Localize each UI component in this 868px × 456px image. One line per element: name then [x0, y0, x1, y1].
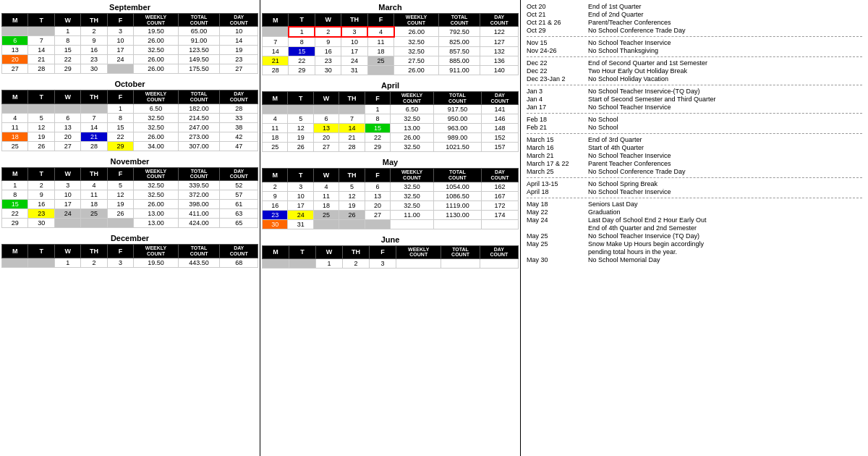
- day-cell: 10: [341, 37, 367, 47]
- day-cell: 1: [316, 259, 343, 269]
- col-header: TOTALCOUNT: [178, 167, 220, 180]
- weekly-count: 32.50: [394, 46, 438, 56]
- day-cell: 15: [289, 46, 315, 56]
- day-cell: 8: [54, 36, 80, 46]
- section-divider: [527, 56, 862, 57]
- day-count: 19: [220, 46, 258, 55]
- col-header: W: [54, 167, 80, 180]
- event-date: Jan 3: [527, 88, 588, 95]
- weekly-count: 19.50: [134, 27, 178, 36]
- event-row: March 25No School Conference Trade Day: [527, 168, 862, 175]
- col-header: W: [54, 245, 80, 258]
- col-header: DAYCOUNT: [220, 14, 258, 27]
- day-count: 61: [220, 200, 258, 209]
- event-row: May 25No School Teacher Inservice (TQ Da…: [527, 232, 862, 240]
- table-row: 252627282932.501021.50157: [263, 143, 519, 152]
- total-count: 65.00: [178, 27, 220, 36]
- event-description: End of 4th Quarter and 2nd Semester: [588, 224, 862, 232]
- col-header: W: [313, 91, 339, 104]
- day-cell: 25: [263, 143, 288, 152]
- total-count: 1054.00: [433, 182, 481, 191]
- total-count: 123.50: [178, 46, 220, 55]
- day-count: 172: [481, 200, 518, 210]
- event-row: April 13-15No School Spring Break: [527, 180, 862, 187]
- month-block-december: DecemberMTWTHFWEEKLYCOUNTTOTALCOUNTDAYCO…: [1, 232, 258, 267]
- day-cell: 30: [28, 219, 54, 228]
- event-description: No School Teacher Inservice (TQ Day): [588, 232, 862, 240]
- day-cell: 12: [107, 190, 133, 200]
- event-date: May 25: [527, 240, 588, 248]
- month-title: November: [1, 156, 258, 167]
- event-description: Two Hour Early Out Holiday Break: [588, 67, 862, 75]
- day-cell: [81, 219, 107, 228]
- weekly-count: 6.50: [134, 104, 178, 113]
- day-cell: 10: [107, 36, 133, 46]
- table-row: 2345632.501054.00162: [263, 182, 519, 191]
- day-cell: 17: [288, 200, 313, 210]
- weekly-count: 26.00: [134, 55, 178, 64]
- table-row: 67891026.0091.0014: [2, 36, 258, 46]
- day-cell: 16: [28, 200, 54, 209]
- day-count: 141: [481, 105, 518, 114]
- event-date: Oct 21 & 26: [527, 19, 588, 26]
- weekly-count: 26.00: [134, 64, 178, 74]
- col-header: W: [315, 14, 341, 27]
- event-row: Jan 3No School Teacher Inservice-(TQ Day…: [527, 88, 862, 95]
- day-cell: 27: [2, 64, 28, 74]
- day-cell: 1: [2, 181, 28, 190]
- event-row: Oct 20End of 1st Quarter: [527, 3, 862, 10]
- day-cell: 11: [313, 191, 339, 200]
- day-count: 174: [481, 210, 518, 219]
- day-count: 122: [480, 27, 519, 37]
- event-date: May 22: [527, 208, 588, 216]
- day-count: 28: [220, 104, 258, 113]
- day-cell: 3: [107, 258, 133, 267]
- day-count: 148: [481, 124, 518, 133]
- col-header: TOTALCOUNT: [433, 169, 481, 182]
- col-header: T: [288, 91, 313, 104]
- day-cell: 6: [365, 182, 390, 191]
- day-cell: 16: [263, 200, 288, 210]
- col-header: W: [316, 245, 343, 258]
- total-count: 182.00: [178, 104, 220, 113]
- day-count: 23: [220, 55, 258, 64]
- table-row: 181920212226.00989.00152: [263, 133, 519, 143]
- day-cell: 24: [288, 210, 313, 219]
- table-row: 252627282934.00307.0047: [2, 141, 258, 151]
- day-cell: 3: [370, 259, 396, 269]
- day-cell: 13: [54, 122, 80, 132]
- event-date: [527, 248, 588, 256]
- col-header: W: [54, 90, 80, 104]
- col-header: M: [2, 14, 28, 27]
- day-cell: [54, 104, 80, 113]
- event-description: Graduation: [588, 208, 862, 216]
- total-count: 411.00: [178, 209, 220, 219]
- event-description: No School Teacher Inservice: [588, 152, 862, 159]
- day-cell: 2: [263, 182, 288, 191]
- weekly-count: 13.00: [134, 209, 178, 219]
- day-cell: 20: [2, 55, 28, 64]
- month-block-april: AprilMTWTHFWEEKLYCOUNTTOTALCOUNTDAYCOUNT…: [262, 80, 519, 152]
- weekly-count: 26.00: [394, 65, 438, 75]
- event-description: Start of 4th Quarter: [588, 144, 862, 151]
- table-row: 4567832.50214.5033: [2, 113, 258, 122]
- day-count: 38: [220, 122, 258, 132]
- day-cell: 18: [367, 46, 393, 56]
- day-count: 162: [481, 182, 518, 191]
- weekly-count: 32.50: [134, 113, 178, 122]
- day-cell: 26: [288, 143, 313, 152]
- day-cell: 22: [2, 209, 28, 219]
- day-count: 10: [220, 27, 258, 36]
- col-header: F: [365, 91, 390, 104]
- event-description: No School Teacher Inservice: [588, 104, 862, 111]
- event-description: No School Teacher Inservice: [588, 39, 862, 46]
- day-cell: 17: [54, 200, 80, 209]
- day-cell: 4: [2, 113, 28, 122]
- event-date: April 18: [527, 188, 588, 195]
- day-cell: 29: [107, 141, 133, 151]
- day-cell: 12: [288, 124, 313, 133]
- day-count: 157: [481, 143, 518, 152]
- event-date: Dec 22: [527, 59, 588, 67]
- month-title: March: [262, 1, 519, 13]
- table-row: 161718192032.501119.00172: [263, 200, 519, 210]
